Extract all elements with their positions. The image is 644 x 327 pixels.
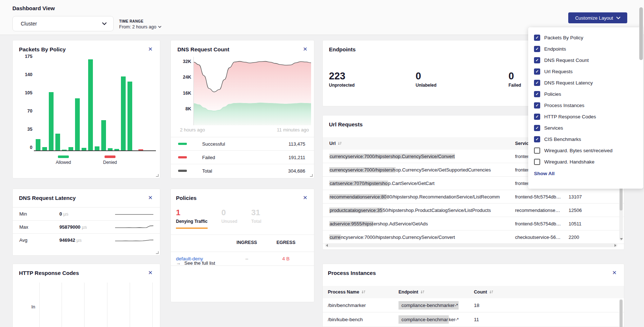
layout-toggle-label: DNS Request Count	[544, 58, 589, 63]
stat-label: Unused	[221, 219, 237, 228]
layout-toggle-item[interactable]: Wireguard. Bytes sent/received	[534, 145, 643, 156]
allowed-bar	[36, 139, 40, 150]
see-full-list-link[interactable]: → See the full list	[176, 260, 215, 266]
column-header-process-name[interactable]: Process Name	[328, 289, 398, 295]
allowed-bar	[95, 146, 99, 150]
policy-egress-value: 4 B	[266, 256, 306, 261]
checked-checkbox-icon[interactable]: ✓	[534, 80, 540, 86]
layout-toggle-item[interactable]: ✓Packets By Policy	[534, 32, 643, 43]
latency-value: 95879000 µs	[59, 224, 115, 230]
process-vertical-scrollbar[interactable]	[619, 299, 623, 327]
card-title: Process Instances	[328, 270, 376, 276]
unchecked-checkbox-icon[interactable]	[534, 147, 540, 154]
layout-toggle-item[interactable]: ✓DNS Request Latency	[534, 77, 643, 88]
allowed-bar	[127, 82, 132, 150]
allowed-bar	[55, 134, 60, 150]
legend-swatch	[178, 156, 187, 158]
sort-icon	[420, 290, 424, 294]
customize-layout-button[interactable]: Customize Layout	[568, 12, 627, 23]
checked-checkbox-icon[interactable]: ✓	[534, 57, 540, 63]
count-cell: 10511	[569, 221, 624, 226]
view-selector[interactable]: Cluster	[12, 16, 114, 31]
checked-checkbox-icon[interactable]: ✓	[534, 114, 540, 120]
legend-swatch	[178, 170, 187, 172]
url-cell: recommendationservice:8080/hipstershop.R…	[329, 194, 515, 200]
column-header-url[interactable]: Url	[329, 141, 515, 146]
layout-toggle-item[interactable]: ✓CIS Benchmarks	[534, 134, 643, 145]
policies-stat-denying-traffic[interactable]: 1Denying Traffic	[176, 208, 208, 229]
checked-checkbox-icon[interactable]: ✓	[534, 46, 540, 52]
layout-toggle-item[interactable]: ✓Url Requests	[534, 66, 643, 77]
policies-stat-unused[interactable]: 0Unused	[221, 208, 237, 229]
column-header-ingress: INGRESS	[228, 240, 266, 245]
layout-toggle-item[interactable]: ✓Services	[534, 122, 643, 134]
x-axis-label-right: 11 minutes ago	[277, 127, 309, 133]
dns-legend-row: Successful113,475	[171, 137, 314, 150]
checked-checkbox-icon[interactable]: ✓	[534, 35, 540, 41]
legend-label: Successful	[202, 141, 288, 147]
checked-checkbox-icon[interactable]: ✓	[534, 68, 540, 75]
show-all-link[interactable]: Show All	[534, 171, 555, 176]
card-title: Endpoints	[329, 46, 356, 52]
scroll-down-arrow[interactable]	[620, 238, 623, 240]
checked-checkbox-icon[interactable]: ✓	[534, 102, 540, 109]
close-icon[interactable]: ✕	[303, 195, 307, 200]
layout-toggle-label: Services	[544, 125, 563, 131]
close-icon[interactable]: ✕	[612, 270, 617, 275]
policies-stat-total[interactable]: 31Total	[251, 208, 262, 229]
y-axis-tick: 8K	[173, 106, 191, 111]
layout-toggle-label: Policies	[544, 91, 561, 97]
scroll-left-arrow[interactable]	[326, 244, 328, 247]
close-icon[interactable]: ✕	[148, 46, 153, 52]
process-table-row: /bin/kube-benchcompliance-benchmarker-*1…	[323, 312, 624, 327]
layout-toggle-item[interactable]: ✓Endpoints	[534, 43, 643, 55]
url-cell: adservice:9555/hipstershop.AdService/Get…	[329, 221, 515, 226]
checked-checkbox-icon[interactable]: ✓	[534, 91, 540, 97]
resize-handle[interactable]	[156, 174, 158, 177]
page-scrollbar-thumb[interactable]	[639, 7, 643, 60]
policies-stats: 1Denying Traffic0Unused31Total	[176, 208, 261, 229]
layout-toggle-item[interactable]: ✓Policies	[534, 88, 643, 100]
layout-toggle-item[interactable]: ✓Process Instances	[534, 100, 643, 111]
layout-toggle-label: CIS Benchmarks	[544, 137, 581, 142]
latency-label: Max	[19, 224, 59, 230]
dns-legend-row: Total304,686	[171, 164, 314, 177]
close-icon[interactable]: ✕	[148, 270, 153, 275]
column-header-count[interactable]: Count	[474, 289, 624, 295]
allowed-bar	[88, 59, 93, 150]
endpoint-stat: 0Failed	[508, 71, 521, 88]
latency-row: Min0 µs	[13, 207, 160, 220]
checked-checkbox-icon[interactable]: ✓	[534, 125, 540, 131]
checked-checkbox-icon[interactable]: ✓	[534, 136, 540, 142]
resize-handle[interactable]	[310, 174, 313, 177]
gridline	[62, 283, 62, 327]
arrow-right-icon: →	[176, 260, 181, 266]
layout-toggle-item[interactable]: ✓HTTP Response Codes	[534, 111, 643, 122]
endpoint-stat: 0Unlabeled	[416, 71, 436, 88]
gridline	[39, 283, 40, 327]
layout-toggle-item[interactable]: Wireguard. Handshake	[534, 156, 643, 168]
layout-toggle-item[interactable]: ✓DNS Request Count	[534, 55, 643, 66]
resize-handle[interactable]	[156, 251, 158, 254]
card-http-response-codes: HTTP Response Codes ✕ In Out	[12, 264, 160, 327]
card-title: Policies	[176, 195, 197, 201]
process-name-cell: /bin/benchmarker	[328, 303, 398, 308]
packets-legend: AllowedDenied	[13, 155, 160, 165]
count-cell: 12506	[569, 208, 624, 213]
gridline	[130, 283, 130, 327]
page-title: Dashboard View	[12, 5, 55, 11]
stat-value: 1	[176, 208, 208, 217]
scroll-right-arrow[interactable]	[614, 244, 616, 247]
close-icon[interactable]: ✕	[148, 195, 153, 200]
unchecked-checkbox-icon[interactable]	[534, 159, 540, 165]
packets-y-axis: 17514010570350	[19, 57, 32, 148]
sort-icon	[489, 290, 493, 294]
endpoint-stat: 223Unprotected	[329, 71, 355, 88]
stat-label: Unlabeled	[416, 83, 436, 88]
time-range-label: TIME RANGE	[119, 19, 161, 23]
close-icon[interactable]: ✕	[303, 46, 307, 52]
column-header-endpoint[interactable]: Endpoint	[398, 289, 474, 295]
scrollbar-thumb[interactable]	[620, 300, 623, 327]
time-range-value[interactable]: From: 2 hours ago	[119, 24, 161, 29]
url-horizontal-scrollbar[interactable]	[325, 243, 617, 247]
